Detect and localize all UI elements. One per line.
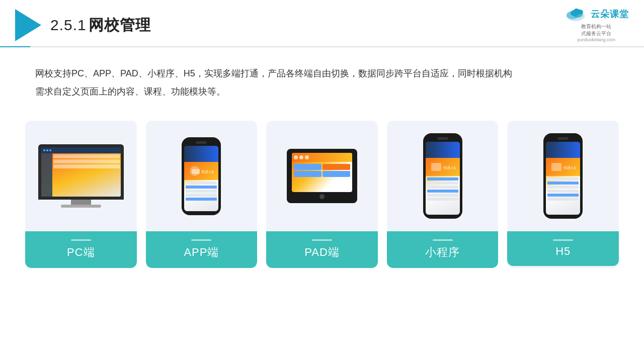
pc-content-block-3 bbox=[53, 164, 120, 168]
tablet-block-2 bbox=[323, 164, 350, 170]
cloud-icon bbox=[564, 6, 588, 22]
pc-base bbox=[61, 205, 101, 208]
card-miniprogram-image: 招进人的 bbox=[387, 121, 499, 231]
svg-rect-9 bbox=[431, 163, 441, 171]
phone-screen: 招进人的 bbox=[184, 146, 218, 211]
h5-row-6 bbox=[547, 198, 579, 201]
card-label-line-3 bbox=[312, 239, 332, 241]
svg-rect-11 bbox=[551, 163, 561, 171]
card-pad-image bbox=[266, 121, 378, 231]
miniprogram-phone-mockup: 招进人的 bbox=[423, 133, 462, 219]
pc-screen-outer bbox=[38, 144, 124, 200]
miniprogram-phone-screen: 招进人的 bbox=[426, 142, 460, 215]
tablet-block-1 bbox=[294, 164, 321, 170]
phone-notch bbox=[196, 141, 207, 144]
card-app-image: 招进人的 bbox=[146, 121, 258, 231]
card-label-line-5 bbox=[553, 239, 573, 241]
h5-row-5 bbox=[547, 194, 579, 197]
phone-screen-hero: 招进人的 bbox=[184, 162, 218, 180]
tablet-block-3 bbox=[294, 171, 321, 177]
description-paragraph: 网校支持PC、APP、PAD、小程序、H5，实现多端打通，产品各终端自由切换，数… bbox=[35, 64, 609, 101]
h5-screen-hero: 招进人的 bbox=[546, 158, 580, 176]
card-pad-label: PAD端 bbox=[266, 231, 378, 268]
phone-row-3 bbox=[186, 190, 217, 193]
app-phone-mockup: 招进人的 bbox=[182, 137, 221, 215]
mini-hero-icon: 招进人的 bbox=[430, 161, 455, 173]
tablet-icon-3 bbox=[305, 155, 309, 159]
card-h5: 招进人的 H5 bbox=[507, 121, 619, 268]
phone-notch-mini bbox=[437, 137, 448, 140]
phone-row-2 bbox=[186, 186, 217, 189]
card-pad: PAD端 bbox=[266, 121, 378, 268]
h5-phone-mockup: 招进人的 bbox=[543, 133, 583, 219]
card-label-line-2 bbox=[191, 239, 211, 241]
pc-mockup bbox=[38, 144, 124, 208]
hero-image-icon: 招进人的 bbox=[189, 165, 214, 177]
card-h5-image: 招进人的 bbox=[507, 121, 619, 231]
logo-triangle-icon bbox=[15, 9, 41, 41]
tablet-home-btn bbox=[319, 194, 325, 199]
tablet-top-bar bbox=[292, 153, 352, 162]
svg-point-5 bbox=[574, 9, 580, 14]
device-cards-container: PC端 招进人的 bbox=[25, 121, 619, 268]
h5-row-2 bbox=[547, 182, 579, 185]
pc-main bbox=[52, 153, 121, 197]
svg-text:招进人的: 招进人的 bbox=[443, 166, 455, 170]
tablet-mockup bbox=[287, 149, 357, 203]
pc-nav-dot-3 bbox=[49, 149, 51, 151]
card-pc: PC端 bbox=[25, 121, 137, 268]
pc-nav-dot bbox=[43, 149, 45, 151]
brand-logo-icon-group: 云朵课堂 bbox=[564, 6, 629, 22]
pc-content-block-2 bbox=[53, 159, 120, 163]
phone-screen-top bbox=[184, 146, 218, 162]
pc-sidebar bbox=[41, 153, 52, 197]
card-miniprogram: 招进人的 小程序 bbox=[387, 121, 499, 268]
tablet-screen bbox=[292, 153, 352, 192]
pc-stand bbox=[71, 200, 91, 205]
h5-row-4 bbox=[547, 190, 579, 193]
card-pc-image bbox=[25, 121, 137, 231]
svg-text:招进人的: 招进人的 bbox=[563, 166, 576, 170]
phone-screen-body bbox=[184, 180, 218, 203]
h5-hero-icon: 招进人的 bbox=[550, 161, 576, 173]
phone-row-1 bbox=[186, 182, 217, 185]
miniprogram-screen-hero: 招进人的 bbox=[426, 158, 460, 176]
card-label-line bbox=[71, 239, 91, 241]
pc-screen-content bbox=[41, 147, 121, 197]
page-header: 2.5.1网校管理 云朵课堂 教育机构一站 式服务云平台 yunduoketan… bbox=[0, 0, 644, 41]
card-app-label: APP端 bbox=[146, 231, 258, 268]
svg-text:招进人的: 招进人的 bbox=[201, 170, 214, 174]
mini-row-1 bbox=[427, 177, 458, 180]
pc-body bbox=[41, 153, 121, 197]
brand-tagline: 教育机构一站 式服务云平台 bbox=[581, 23, 611, 37]
h5-screen-body bbox=[546, 176, 580, 203]
tablet-body bbox=[292, 162, 352, 179]
miniprogram-screen-body bbox=[426, 176, 460, 203]
mini-row-2 bbox=[427, 182, 458, 185]
header-divider bbox=[0, 46, 644, 47]
h5-row-1 bbox=[547, 177, 579, 180]
tablet-icon-2 bbox=[299, 155, 303, 159]
h5-phone-screen: 招进人的 bbox=[546, 142, 580, 215]
svg-rect-7 bbox=[192, 169, 200, 174]
phone-row-5 bbox=[186, 198, 217, 201]
brand-url: yunduoketang.com bbox=[577, 37, 615, 42]
tablet-icon-1 bbox=[294, 155, 298, 159]
mini-row-6 bbox=[427, 198, 458, 201]
description-text: 网校支持PC、APP、PAD、小程序、H5，实现多端打通，产品各终端自由切换，数… bbox=[35, 64, 609, 101]
pc-nav-bar bbox=[41, 147, 121, 153]
pc-nav-dot-2 bbox=[46, 149, 48, 151]
card-pc-label: PC端 bbox=[25, 231, 137, 268]
h5-row-3 bbox=[547, 186, 579, 189]
page-title: 2.5.1网校管理 bbox=[50, 15, 151, 36]
pc-screen-inner bbox=[41, 147, 121, 197]
brand-name-text: 云朵课堂 bbox=[591, 8, 629, 20]
mini-row-3 bbox=[427, 186, 458, 189]
card-h5-label: H5 bbox=[507, 231, 619, 266]
h5-screen-top bbox=[546, 142, 580, 158]
brand-logo: 云朵课堂 教育机构一站 式服务云平台 yunduoketang.com bbox=[564, 6, 629, 42]
card-app: 招进人的 APP端 bbox=[146, 121, 258, 268]
miniprogram-screen-top bbox=[426, 142, 460, 158]
phone-notch-h5 bbox=[557, 137, 569, 140]
phone-row-4 bbox=[186, 194, 217, 197]
